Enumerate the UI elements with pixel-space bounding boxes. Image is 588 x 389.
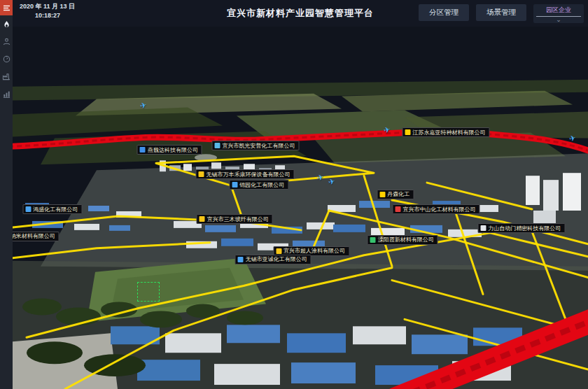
company-marker[interactable]: 江苏永嘉亚特种材料有限公司 xyxy=(402,127,489,137)
enterprise-dropdown[interactable]: 园区企业 ⌄ xyxy=(533,4,584,23)
company-marker[interactable]: 宜兴市中山化工材料有限公司 xyxy=(392,204,479,214)
company-marker-label: 鸿盛化工有限公司 xyxy=(33,206,78,213)
bar-chart-icon[interactable] xyxy=(0,85,13,103)
company-marker[interactable]: 溧阳霞新材料有限公司 xyxy=(368,235,438,245)
company-marker[interactable]: 鸿盛化工有限公司 xyxy=(22,204,82,214)
company-marker-icon xyxy=(238,257,244,262)
company-marker[interactable]: 无锡市亚诚化工有限公司 xyxy=(235,255,312,264)
company-marker-label: 宜兴市超人涂料有限公司 xyxy=(284,247,345,255)
company-marker-label: 远松腾纳米材料有限公司 xyxy=(13,232,55,240)
person-icon[interactable] xyxy=(0,33,13,50)
current-time: 10:18:27 xyxy=(20,11,75,20)
company-marker-label: 江苏永嘉亚特种材料有限公司 xyxy=(412,129,485,136)
current-date: 2020 年 11 月 13 日 xyxy=(20,2,75,11)
flame-icon[interactable] xyxy=(0,15,13,33)
header-action-button[interactable]: 分区管理 xyxy=(419,4,469,21)
company-marker-icon xyxy=(140,147,146,153)
company-marker[interactable]: 宜兴市三木玻纤有限公司 xyxy=(197,214,273,224)
vehicle-marker-icon[interactable]: ✈ xyxy=(316,174,325,183)
company-marker[interactable]: 燕魏达科技有限公司 xyxy=(137,145,202,155)
company-marker-icon xyxy=(395,206,400,212)
company-marker[interactable]: 力山自动门精密科技有限公司 xyxy=(477,223,565,233)
company-marker-label: 无锡市万丰禾康环保设备有限公司 xyxy=(206,171,290,178)
chevron-down-icon: ⌄ xyxy=(556,17,561,22)
map-terrain-layer xyxy=(13,27,588,389)
company-marker[interactable]: 丹森化工 xyxy=(377,190,414,199)
datetime-block: 2020 年 11 月 13 日 10:18:27 xyxy=(20,2,75,20)
enterprise-dropdown-label: 园区企业 xyxy=(536,6,581,17)
company-marker-label: 力山自动门精密科技有限公司 xyxy=(488,225,561,232)
company-marker-label: 宜兴市中山化工材料有限公司 xyxy=(402,206,475,213)
left-icon-rail xyxy=(0,0,13,389)
company-marker[interactable]: 远松腾纳米材料有限公司 xyxy=(13,232,59,241)
factory-icon[interactable] xyxy=(0,68,13,85)
company-marker-label: 丹森化工 xyxy=(387,190,410,198)
company-marker-label: 无锡市亚诚化工有限公司 xyxy=(246,255,307,263)
gauge-icon[interactable] xyxy=(0,50,13,68)
company-marker[interactable]: 无锡市万丰禾康环保设备有限公司 xyxy=(196,169,295,179)
smart-park-platform: 2020 年 11 月 13 日 10:18:27 宜兴市新材料产业园智慧管理平… xyxy=(0,0,588,389)
page-title: 宜兴市新材料产业园智慧管理平台 xyxy=(227,7,374,20)
company-marker-label: 溧阳霞新材料有限公司 xyxy=(378,236,434,243)
company-marker-label: 燕魏达科技有限公司 xyxy=(148,146,198,154)
company-marker-icon xyxy=(199,171,204,177)
company-marker-icon xyxy=(276,248,281,254)
header-bar: 2020 年 11 月 13 日 10:18:27 宜兴市新材料产业园智慧管理平… xyxy=(13,0,588,27)
company-marker-label: 宜兴市凯光安普化工有限公司 xyxy=(222,142,295,150)
company-marker-icon xyxy=(370,237,376,243)
company-marker-icon xyxy=(200,216,205,222)
company-marker-icon xyxy=(405,129,410,135)
header-actions: 分区管理 场景管理 园区企业 ⌄ xyxy=(419,4,584,23)
company-marker-icon xyxy=(480,225,486,231)
company-marker-label: 宜兴市三木玻纤有限公司 xyxy=(207,215,269,223)
company-marker-icon xyxy=(232,182,237,188)
menu-icon[interactable] xyxy=(0,0,13,15)
company-marker-icon xyxy=(214,143,220,148)
company-marker-icon xyxy=(25,206,31,212)
company-marker-label: 锦园化工有限公司 xyxy=(239,181,284,189)
company-marker-icon xyxy=(379,192,385,197)
map-3d-view[interactable]: 燕魏达科技有限公司 宜兴市凯光安普化工有限公司 江苏永嘉亚特种材料有限公司 无锡… xyxy=(13,27,588,389)
header-action-button[interactable]: 场景管理 xyxy=(476,4,526,21)
company-marker[interactable]: 宜兴市凯光安普化工有限公司 xyxy=(211,141,299,150)
company-marker[interactable]: 锦园化工有限公司 xyxy=(229,180,288,190)
selection-box[interactable] xyxy=(137,282,160,302)
